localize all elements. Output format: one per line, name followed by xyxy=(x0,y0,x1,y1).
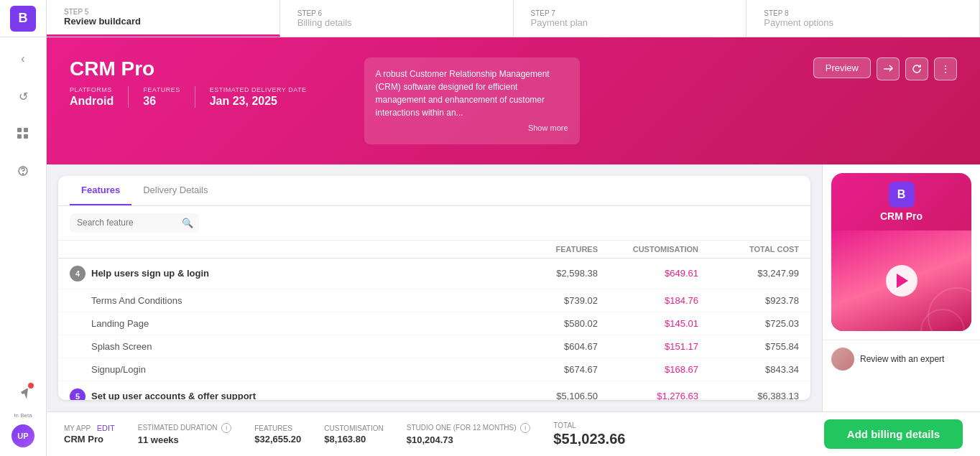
item-total: $923.78 xyxy=(698,295,799,306)
refresh-icon-btn[interactable] xyxy=(905,57,928,80)
svg-rect-2 xyxy=(17,134,22,139)
sidebar-undo-icon[interactable]: ↺ xyxy=(10,83,36,109)
customisation-info: CUSTOMISATION $8,163.80 xyxy=(324,424,383,445)
hero-meta: PLATFORMS Android FEATURES 36 ESTIMATED … xyxy=(70,86,336,108)
total-label: TOTAL xyxy=(553,422,625,429)
search-input[interactable] xyxy=(77,218,177,228)
show-more-btn[interactable]: Show more xyxy=(376,122,568,134)
app-name: CRM Pro xyxy=(880,210,923,222)
delivery-meta: ESTIMATED DELIVERY DATE Jan 23, 2025 xyxy=(210,86,321,108)
item-total: $755.84 xyxy=(698,341,799,352)
group-total: $3,247.99 xyxy=(698,268,799,279)
item-total: $725.03 xyxy=(698,318,799,329)
left-sidebar: ‹ ↺ In Beta UP xyxy=(0,37,47,456)
features-cost-info: FEATURES $32,655.20 xyxy=(254,424,301,445)
group-num: 4 xyxy=(70,266,85,281)
hero-info: CRM Pro PLATFORMS Android FEATURES 36 ES… xyxy=(70,57,336,108)
table-header: FEATURES CUSTOMISATION TOTAL COST xyxy=(58,241,810,259)
sidebar-grid-icon[interactable] xyxy=(10,121,36,146)
step-2-label: Billing details xyxy=(297,17,496,28)
content-area: CRM Pro PLATFORMS Android FEATURES 36 ES… xyxy=(47,37,980,456)
search-bar: 🔍 xyxy=(58,206,810,241)
step-2[interactable]: STEP 6 Billing details xyxy=(280,0,514,37)
item-name: Splash Screen xyxy=(70,341,497,352)
duration-label: ESTIMATED DURATION i xyxy=(138,423,232,433)
decorative-circles xyxy=(900,274,971,331)
app-info: MY APP Edit CRM Pro xyxy=(64,424,115,445)
table-row: Splash Screen $604.67 $151.17 $755.84 xyxy=(58,335,810,358)
features-cost-value: $32,655.20 xyxy=(254,434,301,445)
step-1-num: STEP 5 xyxy=(64,8,262,16)
hero-description: A robust Customer Relationship Managemen… xyxy=(364,57,580,144)
delivery-label: ESTIMATED DELIVERY DATE xyxy=(210,86,307,93)
group-features: $5,106.50 xyxy=(497,391,598,400)
app-screen-preview xyxy=(831,231,971,331)
right-panel: B CRM Pro xyxy=(822,164,980,412)
step-3[interactable]: STEP 7 Payment plan xyxy=(514,0,747,37)
sidebar-support-icon[interactable] xyxy=(10,158,36,184)
group-row: 4 Help users sign up & login $2,598.38 $… xyxy=(58,259,810,289)
step-2-num: STEP 6 xyxy=(297,9,496,17)
step-4-label: Payment options xyxy=(764,17,962,28)
platforms-value: Android xyxy=(70,95,114,108)
search-icon: 🔍 xyxy=(182,218,193,228)
studio-info-icon[interactable]: i xyxy=(520,423,530,433)
group-features: $2,598.38 xyxy=(497,268,598,279)
edit-link[interactable]: Edit xyxy=(97,424,115,432)
table-row: Terms And Conditions $739.02 $184.76 $92… xyxy=(58,289,810,312)
duration-info-icon[interactable]: i xyxy=(221,423,231,433)
item-name: Terms And Conditions xyxy=(70,295,497,306)
item-features: $739.02 xyxy=(497,295,598,306)
sidebar-bottom: In Beta UP xyxy=(10,381,36,447)
add-billing-button[interactable]: Add billing details xyxy=(824,419,963,449)
customisation-value: $8,163.80 xyxy=(324,434,383,445)
main-layout: ‹ ↺ In Beta UP xyxy=(0,37,980,456)
item-features: $674.67 xyxy=(497,364,598,375)
group-label: 4 Help users sign up & login xyxy=(70,266,497,281)
group-label: 5 Set up user accounts & offer support xyxy=(70,388,497,401)
tab-features[interactable]: Features xyxy=(70,176,131,205)
table-row: Signup/Login $674.67 $168.67 $843.34 xyxy=(58,358,810,381)
more-options-btn[interactable]: ⋮ xyxy=(934,57,957,80)
sidebar-back-icon[interactable]: ‹ xyxy=(10,46,36,72)
studio-label: STUDIO ONE (FOR 12 MONTHS) i xyxy=(407,423,531,433)
item-name: Signup/Login xyxy=(70,364,497,375)
steps-nav: STEP 5 Review buildcard STEP 6 Billing d… xyxy=(47,0,980,37)
item-customisation: $184.76 xyxy=(598,295,698,306)
main-content: Features Delivery Details 🔍 FEATURES CUS… xyxy=(47,164,980,412)
svg-point-7 xyxy=(921,310,964,331)
table-body: 4 Help users sign up & login $2,598.38 $… xyxy=(58,259,810,401)
my-app-label: MY APP Edit xyxy=(64,424,115,432)
features-value: 36 xyxy=(143,95,180,108)
top-nav: B STEP 5 Review buildcard STEP 6 Billing… xyxy=(0,0,980,37)
tab-delivery-details[interactable]: Delivery Details xyxy=(131,176,219,205)
user-avatar[interactable]: UP xyxy=(11,424,34,447)
features-meta: FEATURES 36 xyxy=(143,86,195,108)
step-4[interactable]: STEP 8 Payment options xyxy=(746,0,980,37)
tabs: Features Delivery Details xyxy=(58,176,810,206)
app-name-value: CRM Pro xyxy=(64,434,115,445)
step-1[interactable]: STEP 5 Review buildcard xyxy=(47,0,280,37)
svg-point-6 xyxy=(928,288,971,331)
svg-rect-3 xyxy=(24,134,28,139)
platforms-label: PLATFORMS xyxy=(70,86,114,93)
brand-logo: B xyxy=(10,6,36,32)
preview-button[interactable]: Preview xyxy=(813,57,871,78)
group-name: Set up user accounts & offer support xyxy=(91,391,256,400)
col-name xyxy=(70,245,497,253)
group-name: Help users sign up & login xyxy=(91,268,209,279)
review-expert-section[interactable]: Review with an expert xyxy=(823,340,980,378)
hero-title: CRM Pro xyxy=(70,57,336,80)
group-customisation: $649.61 xyxy=(598,268,698,279)
features-cost-label: FEATURES xyxy=(254,424,301,432)
item-name: Landing Page xyxy=(70,318,497,329)
beta-label: In Beta xyxy=(14,412,32,419)
item-features: $580.02 xyxy=(497,318,598,329)
item-total: $843.34 xyxy=(698,364,799,375)
sidebar-launch-icon[interactable] xyxy=(10,381,36,406)
studio-value: $10,204.73 xyxy=(407,434,531,445)
share-icon-btn[interactable] xyxy=(877,57,900,80)
duration-value: 11 weeks xyxy=(138,434,232,445)
group-total: $6,383.13 xyxy=(698,391,799,400)
features-label: FEATURES xyxy=(143,86,180,93)
